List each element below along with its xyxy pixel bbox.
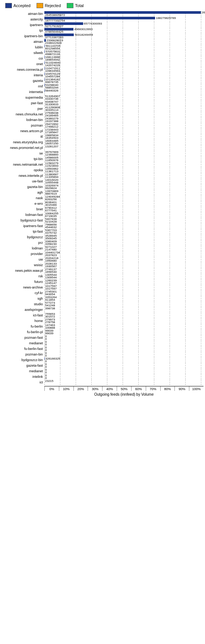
bar-line-accepted: 1305544 xyxy=(44,274,204,276)
bars-wrapper: 1458600511650976 xyxy=(44,156,204,162)
bars-wrapper: 168113666189654942 xyxy=(44,56,204,61)
table-row: pozman-bin00 xyxy=(1,352,204,357)
table-row: atman23368280192336022926 xyxy=(1,39,204,44)
bar-line-accepted: 0 xyxy=(44,341,204,343)
bar-line-accepted: 570575631 xyxy=(44,50,204,53)
row-label: uw xyxy=(1,258,44,261)
bars-wrapper: 00 xyxy=(44,346,204,351)
row-label: e-wro xyxy=(1,202,44,205)
x-tick: 90% xyxy=(174,386,189,391)
x-tick: 0% xyxy=(44,386,59,391)
row-label: gazeta xyxy=(1,79,44,83)
bar-line-total: 17185847 xyxy=(44,131,204,134)
table-row: atman-bin266086181825264538605872 xyxy=(1,11,204,16)
row-label: ict xyxy=(1,380,44,384)
row-label: silweb xyxy=(1,51,44,55)
bar-line-total: 11361713 xyxy=(44,170,204,173)
bar-total-value: 47865646425 xyxy=(45,30,63,34)
table-row: astercity188279829789187777332754 xyxy=(1,17,204,22)
table-row: studio577273541248 xyxy=(1,302,204,307)
table-row: intelink00 xyxy=(1,374,204,379)
row-label: futuro xyxy=(1,280,44,284)
bars-wrapper: 13281207 xyxy=(44,145,204,150)
row-label: gazeta-bin xyxy=(1,185,44,189)
row-label: lodman-fast xyxy=(1,213,44,217)
row-label: pwr-fast xyxy=(1,101,44,105)
bar-accepted xyxy=(44,11,201,14)
bar-line-accepted: 17238443 xyxy=(44,128,204,131)
bar-line-accepted: 6790412 xyxy=(44,207,204,209)
row-label: tpi-bin xyxy=(1,157,44,161)
row-label: astercity xyxy=(1,17,44,21)
bar-line-total xyxy=(44,310,204,312)
bars-wrapper: 1240492848263256 xyxy=(44,195,204,201)
table-row: bydgoszcz-bin3261663250 xyxy=(1,357,204,363)
legend-accepted-box xyxy=(5,3,12,8)
bars-wrapper: 1401602010555448 xyxy=(44,179,204,184)
bar-line-total: 0 xyxy=(44,349,204,351)
bar-line-accepted: 1017597 xyxy=(44,285,204,287)
bar-accepted xyxy=(44,61,45,64)
bar-line-accepted: 5367703 xyxy=(44,229,204,232)
bars-wrapper: 53677034375732 xyxy=(44,229,204,234)
legend-rejected-label: Rejected xyxy=(45,3,61,8)
row-label: news.netmaniak.net xyxy=(1,163,44,166)
bars-wrapper: 54078385210428 xyxy=(44,218,204,223)
legend-total-box xyxy=(67,3,73,8)
bar-line-accepted: 24360279 xyxy=(44,117,204,120)
bar-line-total: 58853294 xyxy=(44,86,204,89)
row-label: uw-fast xyxy=(1,179,44,183)
bar-line-total: 187777332754 xyxy=(44,19,204,22)
bar-line-accepted: 49683013993 xyxy=(44,28,204,31)
table-row: lublin591143705601298554 xyxy=(1,45,204,50)
bars-wrapper: 5329804058853294 xyxy=(44,84,204,89)
bars-wrapper: 103269749929824 xyxy=(44,184,204,189)
row-label: opoka xyxy=(1,168,44,172)
bar-line-accepted: 39797669 xyxy=(44,151,204,153)
chart-container: Accepted Rejected Total atman-bin2660861… xyxy=(0,0,205,411)
bars-wrapper: 00 xyxy=(44,369,204,374)
table-row: gazeta-fast00 xyxy=(1,363,204,368)
row-label: bydgoszcz-fast xyxy=(1,219,44,222)
row-label: home xyxy=(1,319,44,323)
legend-total: Total xyxy=(67,3,83,8)
row-label: coi xyxy=(1,57,44,60)
bars-wrapper: 33604093358230 xyxy=(44,240,204,245)
row-label: pozman-fast xyxy=(1,336,44,339)
bars-wrapper: 279973278758 xyxy=(44,318,204,323)
bars-wrapper: 51326490743330736 xyxy=(44,95,204,100)
bars-wrapper: 00 xyxy=(44,341,204,346)
row-label: news.chmurka.net xyxy=(1,112,44,116)
bar-line-accepted: 104570129 xyxy=(44,73,204,75)
bar-line-accepted: 13281207 xyxy=(44,145,204,148)
bar-line-accepted: 3353264 xyxy=(44,296,204,299)
bar-line-accepted: 0 xyxy=(44,369,204,371)
row-label: rsk xyxy=(1,274,44,278)
table-row: lodman-fast100642556719035 xyxy=(1,212,204,217)
table-row: axelspringer398738 xyxy=(1,307,204,312)
bar-line-accepted: 10064255 xyxy=(44,212,204,215)
bar-line-accepted: 279973 xyxy=(44,318,204,321)
table-row: se3979766912368860 xyxy=(1,151,204,156)
table-row: ipartners6577430009352717919227 xyxy=(1,22,204,28)
bar-line-total: 911854 xyxy=(44,299,204,301)
bar-line-total: 11523693 xyxy=(44,165,204,167)
bars-wrapper: 9903999039 xyxy=(44,329,204,335)
bars-wrapper: 23368280192336022926 xyxy=(44,39,204,44)
bar-line-total: 6777541 xyxy=(44,209,204,212)
row-label: fu-berlin-fast xyxy=(1,347,44,351)
table-row: gazeta10136418299678735 xyxy=(1,78,204,83)
table-row: medianet00 xyxy=(1,341,204,346)
bar-line-accepted: 511024640 xyxy=(44,61,204,64)
bar-line-accepted: 11583279 xyxy=(44,162,204,165)
bar-line-total: 3358230 xyxy=(44,243,204,245)
bar-line-accepted: 65774300093 xyxy=(44,22,204,25)
chart-area: atman-bin266086181825264538605872asterci… xyxy=(1,11,204,385)
x-tick: 50% xyxy=(117,386,131,391)
table-row: news.eturystyka.org1606348516057250 xyxy=(1,140,204,145)
legend-accepted: Accepted xyxy=(5,3,31,8)
bar-line-total xyxy=(44,382,204,385)
bar-line-accepted: 29472892 xyxy=(44,123,204,125)
row-label: medianet xyxy=(1,341,44,345)
table-row: medianet00 xyxy=(1,369,204,374)
